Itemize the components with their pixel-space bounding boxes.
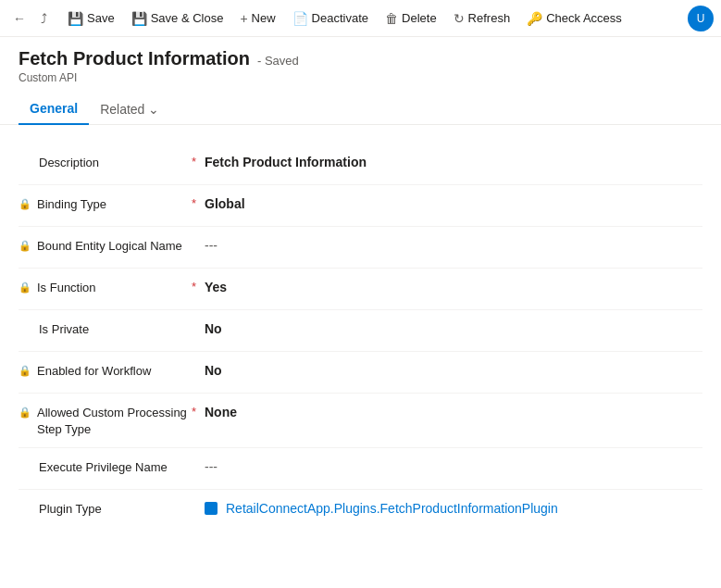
save-close-icon: 💾 [131, 11, 147, 26]
chevron-down-icon: ⌄ [148, 102, 159, 117]
refresh-icon: ↻ [454, 11, 465, 26]
delete-button[interactable]: 🗑 Delete [378, 7, 444, 30]
req-col-binding_type: * [190, 194, 205, 210]
value-col-plugin_type: RetailConnectApp.Plugins.FetchProductInf… [205, 499, 702, 516]
required-star-is_function: * [192, 280, 196, 294]
value-col-allowed_custom_processing: None [205, 403, 702, 419]
field-value-is_private: No [205, 321, 222, 336]
form-row-is_function: 🔒Is Function*Yes [19, 269, 702, 309]
field-label-description: Description [39, 155, 99, 171]
req-col-bound_entity_logical_name [190, 236, 205, 238]
field-value-plugin_type[interactable]: RetailConnectApp.Plugins.FetchProductInf… [205, 501, 702, 516]
label-col-bound_entity_logical_name: 🔒Bound Entity Logical Name [19, 236, 190, 255]
field-value-enabled_for_workflow: No [205, 363, 222, 378]
save-button[interactable]: 💾 Save [60, 7, 122, 30]
page-subtitle: Custom API [19, 71, 702, 84]
value-col-enabled_for_workflow: No [205, 361, 702, 378]
field-value-bound_entity_logical_name: --- [205, 238, 218, 253]
value-col-execute_privilege_name: --- [205, 457, 702, 474]
req-col-allowed_custom_processing: * [190, 403, 205, 419]
lock-icon-enabled_for_workflow: 🔒 [19, 365, 31, 377]
field-label-is_private: Is Private [39, 321, 89, 338]
form-row-bound_entity_logical_name: 🔒Bound Entity Logical Name--- [19, 227, 702, 268]
page-header: Fetch Product Information - Saved Custom… [0, 37, 721, 84]
toolbar: ← ⤴ 💾 Save 💾 Save & Close + New 📄 Deacti… [0, 0, 721, 37]
title-row: Fetch Product Information - Saved [19, 48, 702, 69]
field-label-binding_type: Binding Type [37, 196, 106, 213]
form-row-execute_privilege_name: Execute Privilege Name--- [19, 448, 702, 489]
field-label-allowed_custom_processing: Allowed Custom Processing Step Type [37, 405, 190, 438]
forward-button[interactable]: ⤴ [35, 7, 53, 30]
field-value-description: Fetch Product Information [205, 155, 367, 169]
field-label-execute_privilege_name: Execute Privilege Name [39, 459, 168, 476]
label-col-plugin_type: Plugin Type [19, 499, 190, 518]
form-row-allowed_custom_processing: 🔒Allowed Custom Processing Step Type*Non… [19, 394, 702, 447]
form-row-binding_type: 🔒Binding Type*Global [19, 185, 702, 226]
required-star-binding_type: * [192, 196, 196, 210]
check-access-button[interactable]: 🔑 Check Access [519, 7, 629, 30]
field-value-binding_type: Global [205, 196, 245, 211]
lock-icon-binding_type: 🔒 [19, 198, 31, 210]
deactivate-button[interactable]: 📄 Deactivate [285, 7, 376, 30]
value-col-description: Fetch Product Information [205, 153, 702, 169]
form-row-is_private: Is PrivateNo [19, 310, 702, 351]
field-label-enabled_for_workflow: Enabled for Workflow [37, 363, 151, 380]
label-col-enabled_for_workflow: 🔒Enabled for Workflow [19, 361, 190, 380]
deactivate-icon: 📄 [292, 11, 308, 26]
req-col-plugin_type [190, 499, 205, 501]
label-col-is_private: Is Private [19, 319, 190, 338]
label-col-description: Description [19, 153, 190, 171]
form-row-plugin_type: Plugin TypeRetailConnectApp.Plugins.Fetc… [19, 490, 702, 531]
new-button[interactable]: + New [232, 7, 282, 30]
field-label-is_function: Is Function [37, 280, 96, 296]
field-value-execute_privilege_name: --- [205, 459, 218, 474]
lock-icon-is_function: 🔒 [19, 281, 31, 294]
save-icon: 💾 [68, 11, 83, 26]
delete-icon: 🗑 [385, 11, 398, 26]
value-col-is_function: Yes [205, 278, 702, 294]
back-icon: ← [13, 11, 26, 26]
tab-general[interactable]: General [19, 94, 89, 125]
back-button[interactable]: ← [7, 7, 31, 30]
saved-badge: - Saved [257, 54, 299, 68]
lock-icon-bound_entity_logical_name: 🔒 [19, 240, 31, 252]
req-col-is_function: * [190, 278, 205, 294]
label-col-allowed_custom_processing: 🔒Allowed Custom Processing Step Type [19, 403, 190, 438]
label-col-binding_type: 🔒Binding Type [19, 194, 190, 213]
navigation-buttons: ← ⤴ [7, 7, 53, 30]
field-value-allowed_custom_processing: None [205, 405, 237, 419]
value-col-binding_type: Global [205, 194, 702, 211]
form-row-description: Description*Fetch Product Information [19, 144, 702, 184]
value-col-bound_entity_logical_name: --- [205, 236, 702, 253]
new-icon: + [240, 11, 247, 26]
label-col-is_function: 🔒Is Function [19, 278, 190, 296]
check-access-icon: 🔑 [527, 11, 542, 26]
plugin-link-icon [205, 502, 218, 515]
req-col-execute_privilege_name [190, 457, 205, 459]
forward-icon: ⤴ [41, 11, 47, 26]
tab-related[interactable]: Related ⌄ [89, 94, 170, 124]
req-col-is_private [190, 319, 205, 321]
save-close-button[interactable]: 💾 Save & Close [124, 7, 231, 30]
field-label-plugin_type: Plugin Type [39, 501, 102, 518]
refresh-button[interactable]: ↻ Refresh [446, 7, 518, 30]
field-label-bound_entity_logical_name: Bound Entity Logical Name [37, 238, 182, 255]
required-star-allowed_custom_processing: * [192, 405, 196, 419]
form-content: Description*Fetch Product Information🔒Bi… [0, 125, 721, 549]
req-col-enabled_for_workflow [190, 361, 205, 363]
field-value-is_function: Yes [205, 280, 227, 294]
tabs: General Related ⌄ [0, 94, 721, 125]
user-avatar[interactable]: U [688, 6, 714, 31]
label-col-execute_privilege_name: Execute Privilege Name [19, 457, 190, 476]
form-row-enabled_for_workflow: 🔒Enabled for WorkflowNo [19, 352, 702, 393]
lock-icon-allowed_custom_processing: 🔒 [19, 407, 31, 419]
value-col-is_private: No [205, 319, 702, 336]
page-title: Fetch Product Information [19, 48, 250, 69]
req-col-description: * [190, 153, 205, 169]
required-star-description: * [192, 155, 196, 169]
